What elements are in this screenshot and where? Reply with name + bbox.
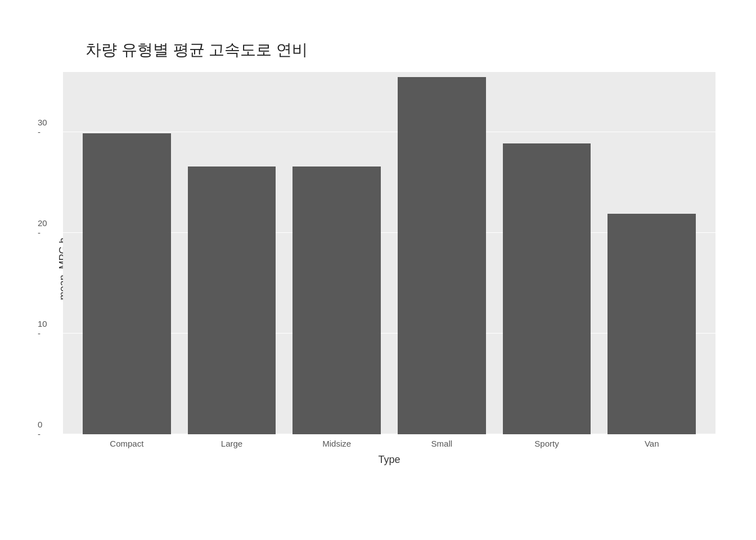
chart-area: mean_MPG.h 0 -10 -20 -30 - CompactLargeM…	[63, 72, 716, 466]
y-tick-label: 30 -	[38, 118, 42, 137]
bar-wrapper	[599, 72, 704, 434]
x-tick-label: Large	[179, 439, 285, 448]
bar	[503, 143, 591, 434]
bar	[188, 166, 276, 434]
bar	[83, 133, 171, 434]
bar-wrapper	[284, 72, 389, 434]
chart-title: 차량 유형별 평균 고속도로 연비	[86, 39, 716, 61]
chart-container: 차량 유형별 평균 고속도로 연비 mean_MPG.h 0 -10 -20 -…	[18, 17, 738, 523]
bar-wrapper	[494, 72, 600, 434]
x-axis: CompactLargeMidsizeSmallSportyVan	[63, 439, 716, 448]
y-tick-label: 20 -	[38, 218, 42, 237]
x-tick-label: Midsize	[284, 439, 389, 448]
x-axis-label: Type	[63, 454, 716, 466]
bar-wrapper	[179, 72, 285, 434]
y-tick-label: 10 -	[38, 319, 42, 338]
x-tick-label: Compact	[74, 439, 179, 448]
plot-area: 0 -10 -20 -30 -	[63, 72, 716, 434]
y-tick-label: 0 -	[38, 420, 42, 439]
x-tick-label: Sporty	[494, 439, 600, 448]
bars-group	[63, 72, 716, 434]
bar	[398, 77, 486, 434]
bar	[608, 214, 696, 434]
bar	[292, 166, 381, 434]
bar-wrapper	[389, 72, 494, 434]
x-tick-label: Small	[389, 439, 494, 448]
x-tick-label: Van	[599, 439, 704, 448]
bar-wrapper	[74, 72, 179, 434]
